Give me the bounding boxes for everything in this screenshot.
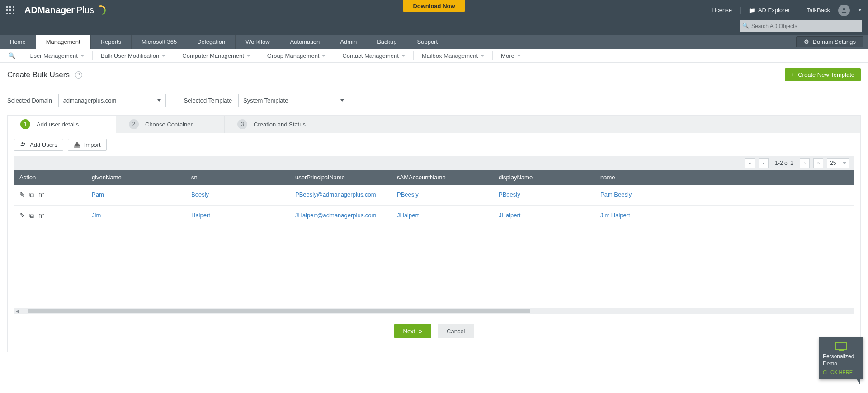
- talkback-link[interactable]: TalkBack: [807, 7, 830, 14]
- divider: [798, 7, 798, 14]
- wizard: 1 Add user details 2 Choose Container 3 …: [7, 115, 861, 352]
- avatar-caret-icon[interactable]: [858, 9, 862, 11]
- nav-workflow[interactable]: Workflow: [236, 35, 280, 49]
- step-choose-container[interactable]: 2 Choose Container: [116, 116, 225, 133]
- delete-icon[interactable]: 🗑: [38, 191, 45, 199]
- copy-icon[interactable]: ⧉: [29, 191, 34, 199]
- subnav-computer-management[interactable]: Computer Management: [176, 52, 257, 59]
- demo-widget[interactable]: Personalized Demo CLICK HERE: [819, 337, 863, 352]
- ad-explorer-link[interactable]: AD Explorer: [749, 7, 790, 14]
- global-search: 🔍: [740, 20, 862, 32]
- cell-displayname[interactable]: JHalpert: [499, 212, 520, 219]
- edit-icon[interactable]: ✎: [19, 212, 25, 220]
- wizard-steps: 1 Add user details 2 Choose Container 3 …: [8, 116, 860, 133]
- subnav-bulk-user-mod[interactable]: Bulk User Modification: [94, 52, 172, 59]
- domain-select[interactable]: admanagerplus.com: [58, 94, 166, 107]
- user-avatar[interactable]: [838, 5, 850, 16]
- template-select[interactable]: System Template: [238, 94, 349, 107]
- divider: [92, 51, 93, 60]
- page-size-value: 25: [830, 160, 836, 166]
- copy-icon[interactable]: ⧉: [29, 212, 34, 220]
- step-add-user-details[interactable]: 1 Add user details: [8, 116, 116, 133]
- col-action: Action: [14, 170, 86, 185]
- create-template-button[interactable]: Create New Template: [785, 68, 861, 81]
- create-template-label: Create New Template: [798, 71, 854, 78]
- cell-name[interactable]: Jim Halpert: [600, 212, 630, 219]
- scroll-left-icon[interactable]: ◀: [15, 309, 20, 313]
- chevron-down-icon: [247, 55, 250, 57]
- divider: [740, 7, 741, 14]
- chevron-double-right-icon: [419, 328, 422, 335]
- download-now-button[interactable]: Download Now: [403, 0, 465, 12]
- step-creation-status[interactable]: 3 Creation and Status: [225, 116, 860, 133]
- cell-sam[interactable]: JHalpert: [397, 212, 419, 219]
- subnav-search-icon[interactable]: 🔍: [5, 52, 19, 59]
- domain-settings-button[interactable]: Domain Settings: [796, 36, 863, 47]
- col-givenname: givenName: [86, 170, 186, 185]
- col-displayname: displayName: [493, 170, 595, 185]
- search-input[interactable]: [740, 20, 862, 32]
- cell-sam[interactable]: PBeesly: [397, 191, 419, 198]
- delete-icon[interactable]: 🗑: [38, 212, 45, 220]
- page-size-select[interactable]: 25: [827, 158, 849, 168]
- pager-prev[interactable]: ‹: [759, 158, 769, 168]
- divider: [259, 51, 259, 60]
- chevron-down-icon: [843, 162, 846, 164]
- gear-icon: [804, 38, 809, 45]
- subnav-contact-management[interactable]: Contact Management: [336, 52, 411, 59]
- apps-grid-icon[interactable]: [6, 6, 14, 14]
- subnav-label: Contact Management: [342, 52, 398, 59]
- divider: [334, 51, 334, 60]
- nav-admin[interactable]: Admin: [330, 35, 367, 49]
- subnav-group-management[interactable]: Group Management: [261, 52, 332, 59]
- brand-bold: ADManager: [24, 5, 75, 15]
- nav-home[interactable]: Home: [0, 35, 36, 49]
- subnav-user-management[interactable]: User Management: [23, 52, 90, 59]
- nav-microsoft365[interactable]: Microsoft 365: [132, 35, 187, 49]
- cell-name[interactable]: Pam Beesly: [600, 191, 632, 198]
- import-button[interactable]: Import: [68, 139, 107, 151]
- edit-icon[interactable]: ✎: [19, 191, 25, 199]
- cell-upn[interactable]: PBeesly@admanagerplus.com: [295, 191, 376, 198]
- ad-explorer-label: AD Explorer: [758, 7, 790, 14]
- domain-value: admanagerplus.com: [63, 97, 117, 104]
- table-h-scrollbar[interactable]: ◀: [14, 308, 854, 314]
- pager-last[interactable]: »: [813, 158, 823, 168]
- table-empty-space: [14, 226, 854, 308]
- next-button[interactable]: Next: [394, 324, 432, 338]
- brand-light: Plus: [76, 5, 94, 15]
- nav-delegation[interactable]: Delegation: [187, 35, 236, 49]
- cell-sn[interactable]: Beesly: [191, 191, 209, 198]
- license-link[interactable]: License: [712, 7, 732, 14]
- nav-automation[interactable]: Automation: [280, 35, 330, 49]
- subnav-label: Bulk User Modification: [101, 52, 159, 59]
- cancel-button[interactable]: Cancel: [438, 324, 474, 338]
- brand-logo: ADManager Plus: [24, 5, 106, 15]
- pager-first[interactable]: «: [745, 158, 755, 168]
- table-row: ✎ ⧉ 🗑 Jim Halpert JHalpert@admanagerplus…: [14, 206, 854, 226]
- import-label: Import: [84, 141, 101, 148]
- cell-upn[interactable]: JHalpert@admanagerplus.com: [295, 212, 376, 219]
- nav-reports[interactable]: Reports: [91, 35, 132, 49]
- add-users-button[interactable]: Add Users: [14, 139, 63, 151]
- col-upn: userPrincipalName: [290, 170, 392, 185]
- divider: [492, 51, 493, 60]
- subnav-label: Mailbox Management: [422, 52, 478, 59]
- svg-point-0: [843, 8, 845, 10]
- cell-displayname[interactable]: PBeesly: [499, 191, 520, 198]
- nav-support[interactable]: Support: [407, 35, 448, 49]
- scroll-thumb[interactable]: [28, 309, 530, 313]
- chevron-down-icon: [401, 55, 405, 57]
- cell-sn[interactable]: Halpert: [191, 212, 210, 219]
- subnav-more[interactable]: More: [495, 52, 527, 59]
- cell-givenname[interactable]: Pam: [92, 191, 104, 198]
- col-sam: sAMAccountName: [392, 170, 493, 185]
- help-icon[interactable]: ?: [75, 71, 82, 79]
- nav-management[interactable]: Management: [36, 35, 91, 49]
- search-icon: 🔍: [742, 23, 749, 29]
- pager-next[interactable]: ›: [800, 158, 810, 168]
- subnav-mailbox-management[interactable]: Mailbox Management: [415, 52, 491, 59]
- nav-backup[interactable]: Backup: [367, 35, 407, 49]
- cell-givenname[interactable]: Jim: [92, 212, 101, 219]
- domain-field: Selected Domain admanagerplus.com: [7, 94, 166, 107]
